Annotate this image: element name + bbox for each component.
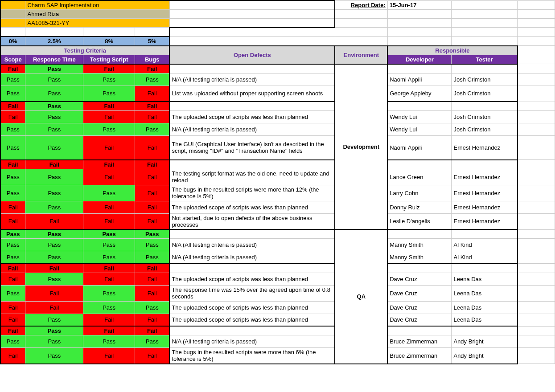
- bugs-cell[interactable]: Fail: [135, 185, 170, 201]
- defect-cell[interactable]: The uploaded scope of scripts was less t…: [169, 314, 335, 326]
- report-date-label[interactable]: Report Date:: [335, 0, 387, 10]
- defect-cell[interactable]: [169, 102, 335, 111]
- script-cell[interactable]: Fail: [83, 201, 135, 213]
- resp-cell[interactable]: Pass: [25, 102, 83, 111]
- defect-cell[interactable]: N/A (All testing criteria is passed): [169, 335, 335, 348]
- bugs-cell[interactable]: Fail: [135, 136, 170, 160]
- scope-cell[interactable]: Fail: [0, 160, 25, 169]
- owner[interactable]: Ahmed Riza: [25, 10, 169, 19]
- bugs-cell[interactable]: Fail: [135, 264, 170, 273]
- scope-cell[interactable]: Pass: [0, 86, 25, 102]
- defect-cell[interactable]: The uploaded scope of scripts was less t…: [169, 301, 335, 314]
- dev-cell[interactable]: Wendy Lui: [387, 111, 452, 123]
- scope-cell[interactable]: Fail: [0, 102, 25, 111]
- pct-resp[interactable]: 2.5%: [25, 37, 83, 46]
- script-cell[interactable]: Fail: [83, 273, 135, 285]
- resp-cell[interactable]: Fail: [25, 285, 83, 301]
- bugs-cell[interactable]: Fail: [135, 326, 170, 335]
- script-cell[interactable]: Pass: [83, 185, 135, 201]
- script-cell[interactable]: Fail: [83, 111, 135, 123]
- dev-cell[interactable]: Larry Cohn: [387, 185, 452, 201]
- scope-cell[interactable]: Pass: [0, 229, 25, 239]
- bugs-cell[interactable]: Fail: [135, 102, 170, 111]
- resp-cell[interactable]: Pass: [25, 326, 83, 335]
- tester-cell[interactable]: [452, 102, 518, 111]
- pct-scope[interactable]: 0%: [0, 37, 25, 46]
- resp-cell[interactable]: Pass: [25, 169, 83, 185]
- defect-cell[interactable]: Not started, due to open defects of the …: [169, 213, 335, 229]
- bugs-cell[interactable]: Pass: [135, 239, 170, 251]
- script-cell[interactable]: Pass: [83, 301, 135, 314]
- dev-cell[interactable]: Lance Green: [387, 169, 452, 185]
- resp-cell[interactable]: Pass: [25, 314, 83, 326]
- tester-cell[interactable]: Josh Crimston: [452, 111, 518, 123]
- tester-cell[interactable]: Leena Das: [452, 285, 518, 301]
- scope-cell[interactable]: Pass: [0, 73, 25, 86]
- script-cell[interactable]: Pass: [83, 239, 135, 251]
- defect-cell[interactable]: N/A (All testing criteria is passed): [169, 73, 335, 86]
- resp-cell[interactable]: Pass: [25, 229, 83, 239]
- tester-cell[interactable]: Al Kind: [452, 251, 518, 264]
- dev-cell[interactable]: Dave Cruz: [387, 314, 452, 326]
- report-date[interactable]: 15-Jun-17: [387, 0, 452, 10]
- scope-cell[interactable]: Pass: [0, 136, 25, 160]
- dev-cell[interactable]: Wendy Lui: [387, 123, 452, 136]
- scope-cell[interactable]: Pass: [0, 251, 25, 264]
- script-cell[interactable]: Pass: [83, 229, 135, 239]
- resp-cell[interactable]: Pass: [25, 273, 83, 285]
- bugs-cell[interactable]: Fail: [135, 64, 170, 74]
- script-cell[interactable]: Fail: [83, 64, 135, 74]
- dev-cell[interactable]: Naomi Appili: [387, 136, 452, 160]
- tester-cell[interactable]: [452, 326, 518, 335]
- resp-cell[interactable]: Pass: [25, 251, 83, 264]
- tester-cell[interactable]: [452, 229, 518, 239]
- script-cell[interactable]: Pass: [83, 123, 135, 136]
- resp-cell[interactable]: Pass: [25, 239, 83, 251]
- dev-cell[interactable]: Manny Smith: [387, 251, 452, 264]
- scope-cell[interactable]: Fail: [0, 273, 25, 285]
- script-cell[interactable]: Pass: [83, 285, 135, 301]
- tester-cell[interactable]: Leena Das: [452, 314, 518, 326]
- tester-cell[interactable]: Ernest Hernandez: [452, 213, 518, 229]
- resp-cell[interactable]: Pass: [25, 201, 83, 213]
- dev-cell[interactable]: Donny Ruiz: [387, 201, 452, 213]
- bugs-cell[interactable]: Fail: [135, 160, 170, 169]
- bugs-cell[interactable]: Fail: [135, 86, 170, 102]
- dev-cell[interactable]: Naomi Appili: [387, 73, 452, 86]
- resp-cell[interactable]: Pass: [25, 185, 83, 201]
- tester-cell[interactable]: Ernest Hernandez: [452, 201, 518, 213]
- defect-cell[interactable]: [169, 160, 335, 169]
- script-cell[interactable]: Pass: [83, 86, 135, 102]
- resp-cell[interactable]: Fail: [25, 213, 83, 229]
- script-cell[interactable]: Fail: [83, 326, 135, 335]
- script-cell[interactable]: Fail: [83, 136, 135, 160]
- defect-cell[interactable]: [169, 326, 335, 335]
- cell[interactable]: [0, 0, 25, 10]
- defect-cell[interactable]: N/A (All testing criteria is passed): [169, 123, 335, 136]
- pct-script[interactable]: 8%: [83, 37, 135, 46]
- scope-cell[interactable]: Pass: [0, 239, 25, 251]
- env-dev[interactable]: Development: [335, 64, 387, 230]
- pct-bugs[interactable]: 5%: [135, 37, 170, 46]
- bugs-cell[interactable]: Pass: [135, 229, 170, 239]
- dev-cell[interactable]: [387, 229, 452, 239]
- scope-cell[interactable]: Fail: [0, 314, 25, 326]
- tester-cell[interactable]: Josh Crimston: [452, 86, 518, 102]
- defect-cell[interactable]: [169, 64, 335, 74]
- dev-cell[interactable]: [387, 264, 452, 273]
- tester-cell[interactable]: Al Kind: [452, 239, 518, 251]
- bugs-cell[interactable]: Pass: [135, 335, 170, 348]
- defect-cell[interactable]: The uploaded scope of scripts was less t…: [169, 273, 335, 285]
- dev-cell[interactable]: Dave Cruz: [387, 273, 452, 285]
- dev-cell[interactable]: [387, 64, 452, 74]
- dev-cell[interactable]: Dave Cruz: [387, 301, 452, 314]
- script-cell[interactable]: Pass: [83, 73, 135, 86]
- resp-cell[interactable]: Pass: [25, 111, 83, 123]
- bugs-cell[interactable]: Fail: [135, 314, 170, 326]
- bugs-cell[interactable]: Pass: [135, 251, 170, 264]
- tester-cell[interactable]: Leena Das: [452, 301, 518, 314]
- tester-cell[interactable]: Ernest Hernandez: [452, 136, 518, 160]
- resp-cell[interactable]: Pass: [25, 64, 83, 74]
- resp-cell[interactable]: Fail: [25, 264, 83, 273]
- resp-cell[interactable]: Pass: [25, 86, 83, 102]
